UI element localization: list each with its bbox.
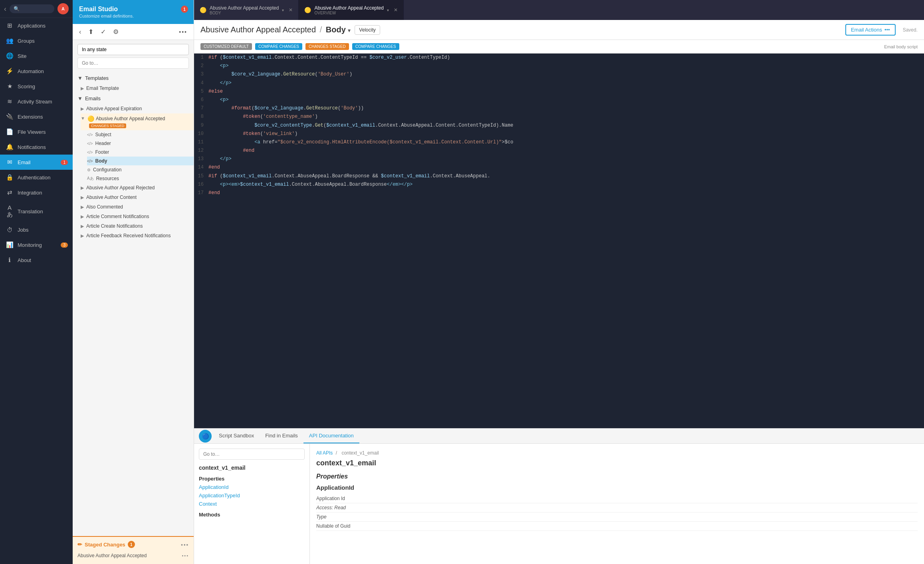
sub-item-header[interactable]: </> Header: [87, 139, 194, 148]
sub-item-footer[interactable]: </> Footer: [87, 148, 194, 157]
tab-overview[interactable]: 🟡 Abusive Author Appeal Accepted OVERVIE…: [299, 0, 403, 20]
settings-button[interactable]: ⚙: [111, 27, 120, 36]
tab-overview-chevron: ▾: [387, 8, 389, 12]
breadcrumb-separator: /: [336, 450, 339, 456]
api-properties-sub: Properties: [199, 476, 305, 482]
sidebar-item-label: About: [18, 257, 31, 263]
sidebar-item-label: Translation: [18, 209, 43, 214]
line-content-8: #token('contenttype_name'): [208, 113, 924, 121]
check-button[interactable]: ✓: [99, 27, 107, 36]
sidebar-item-groups[interactable]: 👥 Groups: [0, 33, 73, 48]
api-link-application-id[interactable]: ApplicationId: [199, 484, 305, 490]
tree-item-abusive-expiration[interactable]: ▶ Abusive Appeal Expiration: [81, 104, 194, 113]
edit-staged-icon: ✏: [77, 541, 82, 548]
emails-header[interactable]: ▼ Emails: [73, 93, 194, 104]
code-editor[interactable]: 1 #if ($context_v1_email.Context.Content…: [194, 54, 924, 428]
sidebar-item-site[interactable]: 🌐 Site: [0, 48, 73, 64]
tree-item-appeal-rejected[interactable]: ▶ Abusive Author Appeal Rejected: [81, 183, 194, 193]
title-separator: /: [320, 25, 322, 34]
goto-input[interactable]: [77, 58, 189, 69]
emails-arrow: ▼: [77, 95, 83, 101]
sidebar: ‹ 🔍 A ⊞ Applications 👥 Groups 🌐 Site ⚡ A…: [0, 0, 73, 564]
sidebar-item-label: Monitoring: [18, 242, 42, 248]
tree-item-article-feedback[interactable]: ▶ Article Feedback Received Notification…: [81, 231, 194, 240]
tab-body[interactable]: 🟡 Abusive Author Appeal Accepted BODY ▾ …: [194, 0, 299, 20]
avatar[interactable]: A: [58, 3, 69, 14]
all-apis-link[interactable]: All APIs: [316, 450, 333, 456]
abusive-appeal-label: Abusive Author Appeal Accepted: [96, 116, 165, 121]
api-link-context[interactable]: Context: [199, 501, 305, 507]
compare-changes-badge2[interactable]: COMPARE CHANGES: [352, 43, 399, 50]
email-actions-button[interactable]: Email Actions •••: [845, 24, 896, 36]
sidebar-item-label: Site: [18, 53, 26, 59]
tab-overview-close[interactable]: ✕: [394, 7, 398, 13]
tree-item-article-comment[interactable]: ▶ Article Comment Notifications: [81, 212, 194, 221]
sidebar-item-automation[interactable]: ⚡ Automation: [0, 64, 73, 79]
tab-api-documentation[interactable]: API Documentation: [303, 429, 359, 443]
sub-item-configuration[interactable]: ⚙ Configuration: [87, 165, 194, 174]
velocity-button[interactable]: Velocity: [355, 25, 380, 35]
sidebar-item-notifications[interactable]: 🔔 Notifications: [0, 139, 73, 155]
sidebar-item-activity-stream[interactable]: ≋ Activity Stream: [0, 94, 73, 109]
sidebar-item-email[interactable]: ✉ Email 1: [0, 155, 73, 170]
customized-default-badge[interactable]: CUSTOMIZED DEFAULT: [200, 43, 252, 50]
sidebar-item-authentication[interactable]: 🔒 Authentication: [0, 170, 73, 185]
search-bar[interactable]: 🔍: [10, 4, 54, 13]
api-properties-title: Properties: [316, 473, 918, 480]
api-property-name: ApplicationId: [316, 484, 918, 491]
api-right-panel: All APIs / context_v1_email context_v1_e…: [310, 444, 924, 564]
sidebar-item-extensions[interactable]: 🔌 Extensions: [0, 109, 73, 124]
saved-status: Saved.: [903, 27, 918, 33]
line-num-13: 13: [194, 155, 208, 163]
staged-more-button[interactable]: •••: [181, 542, 189, 548]
email-studio-badge: 1: [181, 6, 188, 13]
api-link-application-type-id[interactable]: ApplicationTypeId: [199, 493, 305, 498]
more-toolbar-button[interactable]: •••: [177, 28, 189, 36]
sidebar-item-integration[interactable]: ⇄ Integration: [0, 185, 73, 200]
line-content-17: #end: [208, 189, 924, 197]
sub-item-resources[interactable]: Aあ Resources: [87, 174, 194, 183]
templates-header[interactable]: ▼ Templates: [73, 73, 194, 83]
sidebar-item-about[interactable]: ℹ About: [0, 252, 73, 268]
configuration-label: Configuration: [93, 167, 121, 173]
sidebar-item-translation[interactable]: Aあ Translation: [0, 200, 73, 222]
tree-item-abusive-author-appeal[interactable]: ▼ 🟡 Abusive Author Appeal Accepted CHANG…: [81, 113, 194, 130]
sidebar-item-monitoring[interactable]: 📊 Monitoring 3: [0, 237, 73, 252]
tree-item-article-create[interactable]: ▶ Article Create Notifications: [81, 221, 194, 231]
back-toolbar-button[interactable]: ‹: [77, 28, 83, 36]
sidebar-item-jobs[interactable]: ⏱ Jobs: [0, 222, 73, 237]
api-prop-row-access: Access: Read: [316, 503, 918, 512]
staged-item-more-button[interactable]: •••: [182, 553, 189, 558]
line-content-2: <p>: [208, 62, 924, 70]
sub-item-body[interactable]: </> Body: [87, 157, 194, 165]
main-content: 🟡 Abusive Author Appeal Accepted BODY ▾ …: [194, 0, 924, 564]
tab-script-sandbox[interactable]: Script Sandbox: [213, 429, 260, 443]
file-tree: ▼ Templates ▶ Email Template ▼ Emails ▶ …: [73, 73, 194, 244]
title-part2: Body: [326, 25, 346, 34]
api-section-title: context_v1_email: [199, 465, 305, 471]
line-content-11: <a href="$core_v2_encoding.HtmlAttribute…: [208, 139, 924, 146]
tree-item-email-template[interactable]: ▶ Email Template: [81, 83, 194, 93]
emails-children: ▶ Abusive Appeal Expiration ▼ 🟡 Abusive …: [73, 104, 194, 240]
sub-item-subject[interactable]: </> Subject: [87, 130, 194, 139]
tree-item-author-content[interactable]: ▶ Abusive Author Content: [81, 193, 194, 202]
tree-item-also-commented[interactable]: ▶ Also Commented: [81, 202, 194, 212]
sidebar-item-file-viewers[interactable]: 📄 File Viewers: [0, 124, 73, 139]
api-goto-input[interactable]: [199, 449, 305, 460]
code-line-3: 3 $core_v2_language.GetResource('Body_Us…: [194, 70, 924, 79]
line-content-16: <p><em>$context_v1_email.Context.AbuseAp…: [208, 181, 924, 189]
upload-button[interactable]: ⬆: [87, 27, 95, 36]
line-content-5: #else: [208, 88, 924, 95]
line-num-14: 14: [194, 164, 208, 171]
tab-find-in-emails[interactable]: Find in Emails: [260, 429, 303, 443]
changes-staged-badge2[interactable]: CHANGES STAGED: [305, 43, 349, 50]
resources-icon: Aあ: [87, 176, 94, 181]
back-button[interactable]: ‹: [4, 5, 6, 13]
sidebar-item-applications[interactable]: ⊞ Applications: [0, 18, 73, 33]
sidebar-item-scoring[interactable]: ★ Scoring: [0, 79, 73, 94]
bottom-tabs-bar: 🔵 Script Sandbox Find in Emails API Docu…: [194, 429, 924, 444]
tab-body-close[interactable]: ✕: [289, 7, 293, 13]
tab-body-subtitle: BODY: [210, 11, 279, 15]
state-select[interactable]: In any state Published Draft: [77, 44, 189, 55]
compare-changes-badge1[interactable]: COMPARE CHANGES: [255, 43, 302, 50]
